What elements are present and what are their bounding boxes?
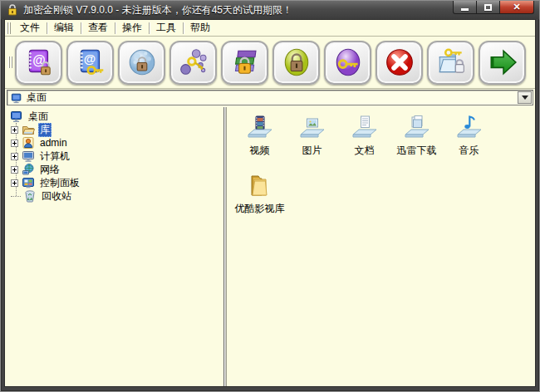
tree-label[interactable]: 桌面 bbox=[27, 110, 50, 124]
menu-view[interactable]: 查看 bbox=[81, 19, 115, 37]
library-item-documents[interactable]: 文档 bbox=[338, 112, 390, 170]
maximize-icon bbox=[484, 4, 492, 11]
music-library-icon bbox=[454, 112, 484, 142]
tree-label[interactable]: 计算机 bbox=[38, 149, 71, 164]
folder-icon bbox=[245, 170, 275, 200]
toolbar-button-molecule-key[interactable] bbox=[169, 41, 217, 85]
documents-library-icon bbox=[350, 112, 380, 142]
addressbook-lock-icon: @ bbox=[23, 47, 55, 78]
toolbar-button-lock[interactable] bbox=[272, 41, 320, 85]
tree-item-control-panel[interactable]: 控制面板 bbox=[7, 176, 223, 189]
addressbook-key-icon: @ bbox=[75, 47, 106, 78]
folder-tree-panel: 桌面 库 bbox=[5, 107, 224, 386]
folder-item-youku[interactable]: 优酷影视库 bbox=[233, 170, 286, 228]
computer-icon bbox=[22, 149, 35, 163]
item-label: 视频 bbox=[250, 144, 270, 158]
toolbar-button-cancel[interactable] bbox=[376, 41, 423, 85]
menu-tools[interactable]: 工具 bbox=[150, 19, 183, 37]
toolbar-button-sphere-lock[interactable] bbox=[118, 41, 165, 85]
library-item-pictures[interactable]: 图片 bbox=[286, 112, 338, 170]
chevron-down-icon bbox=[522, 96, 528, 103]
library-item-music[interactable]: 音乐 bbox=[443, 112, 495, 170]
user-icon bbox=[22, 136, 35, 149]
tree-label[interactable]: 回收站 bbox=[40, 189, 73, 203]
orb-lock-icon bbox=[281, 47, 312, 78]
molecule-key-icon bbox=[178, 47, 209, 78]
desktop-icon bbox=[10, 110, 23, 123]
tree-children: 库 admin bbox=[7, 123, 223, 203]
archive-lock-icon bbox=[229, 47, 261, 78]
main-area: 桌面 库 bbox=[5, 107, 535, 386]
toolbar: @ @ bbox=[5, 37, 535, 89]
tree-label-selected[interactable]: 库 bbox=[38, 123, 52, 137]
address-dropdown-button[interactable] bbox=[518, 91, 532, 104]
tree-item-computer[interactable]: 计算机 bbox=[7, 149, 223, 163]
orb-x-icon bbox=[384, 47, 415, 78]
tree-item-libraries[interactable]: 库 bbox=[7, 123, 223, 136]
svg-text:@: @ bbox=[83, 52, 95, 66]
minimize-button[interactable] bbox=[453, 1, 477, 14]
expand-icon[interactable] bbox=[11, 153, 18, 160]
tree-item-network[interactable]: 网络 bbox=[7, 163, 223, 176]
icon-grid: 视频 图片 bbox=[233, 112, 535, 228]
expand-icon[interactable] bbox=[11, 166, 18, 174]
svg-text:@: @ bbox=[32, 53, 45, 67]
desktop-icon bbox=[10, 92, 23, 104]
library-item-videos[interactable]: 视频 bbox=[233, 112, 286, 170]
maximize-button[interactable] bbox=[477, 1, 499, 14]
window-controls: ✕ bbox=[453, 1, 534, 14]
app-window: 加密金刚锁 V7.9.0.0 - 未注册版本，你还有45天的试用期限！ ✕ 文件… bbox=[0, 0, 540, 392]
orb-key-icon bbox=[332, 47, 364, 78]
toolbar-button-key[interactable] bbox=[324, 41, 371, 85]
titlebar: 加密金刚锁 V7.9.0.0 - 未注册版本，你还有45天的试用期限！ ✕ bbox=[1, 1, 539, 19]
item-label: 优酷影视库 bbox=[235, 202, 285, 216]
app-lock-icon[interactable] bbox=[6, 3, 19, 17]
tree-item-admin[interactable]: admin bbox=[7, 136, 223, 149]
close-icon: ✕ bbox=[513, 2, 520, 12]
toolbar-button-archive-lock[interactable] bbox=[221, 41, 268, 85]
menu-file[interactable]: 文件 bbox=[13, 19, 47, 37]
menubar-gripper[interactable] bbox=[7, 22, 11, 34]
videos-library-icon bbox=[245, 112, 275, 142]
item-label: 文档 bbox=[355, 144, 375, 158]
tree-item-recycle-bin[interactable]: 回收站 bbox=[7, 189, 223, 203]
folder-tree: 桌面 库 bbox=[7, 110, 223, 203]
toolbar-button-folder-key[interactable] bbox=[427, 41, 474, 85]
tree-label[interactable]: admin bbox=[38, 137, 69, 149]
menu-action[interactable]: 操作 bbox=[115, 19, 149, 37]
tree-item-desktop[interactable]: 桌面 bbox=[7, 110, 223, 123]
pictures-library-icon bbox=[297, 112, 327, 142]
library-item-thunder-download[interactable]: 迅雷下载 bbox=[390, 112, 443, 170]
address-combobox[interactable]: 桌面 bbox=[7, 90, 533, 105]
downloads-library-icon bbox=[402, 112, 432, 142]
sphere-lock-icon bbox=[126, 47, 158, 78]
minimize-icon bbox=[461, 8, 469, 11]
item-label: 音乐 bbox=[459, 144, 479, 158]
exit-arrow-icon bbox=[487, 47, 518, 78]
menu-edit[interactable]: 编辑 bbox=[47, 19, 81, 37]
network-icon bbox=[22, 163, 35, 176]
tree-connector-stub bbox=[11, 196, 21, 197]
menu-help[interactable]: 帮助 bbox=[184, 19, 217, 37]
close-button[interactable]: ✕ bbox=[499, 1, 534, 14]
libraries-icon bbox=[22, 123, 35, 136]
toolbar-gripper[interactable] bbox=[8, 56, 12, 68]
tree-label[interactable]: 控制面板 bbox=[38, 176, 81, 190]
toolbar-button-encrypt-book[interactable]: @ bbox=[15, 41, 62, 85]
control-panel-icon bbox=[22, 176, 35, 189]
expand-icon[interactable] bbox=[11, 179, 18, 187]
recycle-bin-icon bbox=[23, 189, 37, 203]
item-label: 迅雷下载 bbox=[397, 144, 437, 158]
item-label: 图片 bbox=[302, 144, 322, 158]
folder-key-lock-icon bbox=[435, 47, 467, 78]
addressbar-container: 桌面 bbox=[5, 89, 535, 107]
expand-icon[interactable] bbox=[11, 140, 18, 147]
tree-label[interactable]: 网络 bbox=[38, 163, 61, 177]
client-area: 文件 编辑 查看 操作 工具 帮助 @ bbox=[4, 19, 536, 387]
window-title: 加密金刚锁 V7.9.0.0 - 未注册版本，你还有45天的试用期限！ bbox=[23, 3, 292, 17]
toolbar-button-decrypt-book[interactable]: @ bbox=[66, 41, 114, 85]
expand-icon[interactable] bbox=[11, 126, 18, 134]
menubar: 文件 编辑 查看 操作 工具 帮助 bbox=[5, 20, 535, 37]
toolbar-button-exit[interactable] bbox=[479, 41, 526, 85]
address-value: 桌面 bbox=[27, 91, 518, 105]
